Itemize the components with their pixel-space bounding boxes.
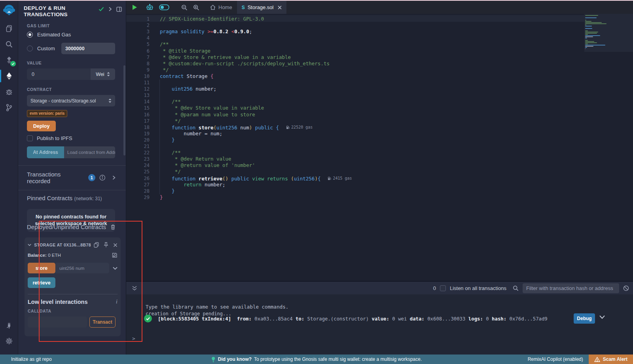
sidebar-item-debugger[interactable] <box>0 84 18 100</box>
run-script-button[interactable] <box>126 1 140 14</box>
plugin-icon <box>5 321 13 329</box>
line-number: 6 <box>126 48 150 54</box>
debug-button[interactable]: Debug <box>574 313 595 324</box>
code-editor[interactable]: 1234567891011121314151617181920212223242… <box>126 14 633 281</box>
terminal-filter-input[interactable]: Filter with transaction hash or address <box>523 283 619 293</box>
scam-alert-button[interactable]: Scam Alert <box>589 355 633 364</box>
copy-icon[interactable] <box>94 242 99 248</box>
line-number: 29 <box>126 194 150 201</box>
gas-pump-icon <box>286 125 290 129</box>
tab-home[interactable]: Home <box>205 1 237 14</box>
transact-button[interactable]: Transact <box>89 317 116 328</box>
code-line: // SPDX-License-Identifier: GPL-3.0 <box>160 16 264 22</box>
listen-all-checkbox[interactable] <box>440 285 446 291</box>
expand-panel-icon[interactable] <box>108 7 112 11</box>
calldata-input[interactable] <box>28 317 87 328</box>
minimap-line <box>585 45 605 46</box>
line-number: 19 <box>126 131 150 137</box>
git-branch-icon <box>6 104 13 112</box>
pin-panel-icon[interactable] <box>116 7 122 12</box>
robot-icon <box>146 4 154 11</box>
sidebar-item-search[interactable] <box>0 36 18 52</box>
git-init-button[interactable]: Initialize as git repo <box>0 356 52 362</box>
sidebar-item-solidity-compiler[interactable] <box>0 52 18 68</box>
retrieve-button[interactable]: retrieve <box>28 277 55 288</box>
line-number: 25 <box>126 169 150 175</box>
sidebar-item-settings[interactable] <box>0 333 18 349</box>
sidebar-item-deploy-run[interactable] <box>0 68 18 84</box>
terminal-prompt[interactable]: > <box>132 336 135 341</box>
sidebar-item-file-explorer[interactable] <box>0 21 18 36</box>
trash-icon[interactable] <box>110 224 116 230</box>
minimap-line <box>585 36 593 37</box>
chevron-down-icon[interactable] <box>28 243 31 246</box>
minimap-line <box>585 44 588 44</box>
transactions-recorded-row[interactable]: Transactions recorded 1 <box>18 171 126 184</box>
zoom-out-button[interactable] <box>178 1 190 14</box>
code-line: function retrieve() public view returns … <box>160 175 352 182</box>
panel-title: DEPLOY & RUN TRANSACTIONS <box>24 5 87 18</box>
ai-assistant-button[interactable] <box>143 1 156 14</box>
terminal-panel: 0 Listen on all transactions Filter with… <box>126 281 633 355</box>
estimated-gas-radio[interactable] <box>27 32 33 38</box>
pin-icon[interactable] <box>104 242 108 248</box>
minimap-line <box>585 25 586 25</box>
minimap-line <box>585 30 588 31</box>
transactions-recorded-label: Transactions recorded <box>27 171 84 184</box>
custom-gas-radio[interactable] <box>27 46 33 51</box>
edit-balance-icon[interactable] <box>112 252 118 258</box>
warning-triangle-icon <box>594 357 600 362</box>
info-circle-icon <box>99 174 106 181</box>
expand-fn-icon[interactable] <box>113 267 118 270</box>
terminal-line: creation of Storage pending... <box>146 311 231 317</box>
lightbulb-icon <box>211 356 216 362</box>
bug-icon <box>5 88 13 96</box>
panel-scrollbar[interactable] <box>123 65 125 155</box>
transaction-log-line[interactable]: [block:5583405 txIndex:4] from: 0xa03...… <box>158 316 548 322</box>
copilot-toggle[interactable] <box>156 1 172 14</box>
minimap-line <box>585 20 586 21</box>
close-instance-icon[interactable] <box>113 243 118 247</box>
code-line: * @dev Return value <box>160 156 231 162</box>
value-unit-select[interactable]: Wei <box>91 68 115 80</box>
balance-label: Balance: <box>28 253 47 258</box>
chevron-right-icon[interactable] <box>112 175 116 180</box>
tx-success-icon <box>144 315 152 322</box>
code-line: */ <box>160 169 181 175</box>
play-icon <box>132 4 137 10</box>
terminal-output[interactable]: Type the library name to see available c… <box>126 294 633 355</box>
clear-console-icon[interactable] <box>623 285 629 291</box>
line-number: 8 <box>126 61 150 67</box>
store-arg-input[interactable]: uint256 num <box>56 263 109 273</box>
gas-estimate-annotation: 2415 gas <box>328 175 352 182</box>
at-address-button[interactable]: At Address <box>27 146 64 158</box>
line-number: 7 <box>126 54 150 61</box>
minimap-line <box>585 42 597 43</box>
editor-minimap[interactable] <box>584 14 633 281</box>
line-number: 5 <box>126 41 150 47</box>
line-number: 26 <box>126 175 150 182</box>
collapse-terminal-icon[interactable] <box>132 286 137 291</box>
zoom-in-button[interactable] <box>190 1 202 14</box>
contract-select[interactable]: Storage - contracts/Storage.sol <box>27 95 115 106</box>
copilot-status[interactable]: RemixAI Copilot (enabled) <box>528 356 583 362</box>
line-number: 16 <box>126 112 150 118</box>
close-tab-icon[interactable] <box>278 6 282 9</box>
code-line: contract Storage { <box>160 73 213 80</box>
minimap-line <box>585 28 592 29</box>
at-address-input[interactable]: Load contract from Addre <box>64 146 115 158</box>
expand-tx-icon[interactable] <box>599 315 605 319</box>
pinned-contracts-title: Pinned Contracts <box>27 195 72 201</box>
publish-ipfs-checkbox[interactable] <box>27 135 33 141</box>
deploy-button[interactable]: Deploy <box>27 121 56 131</box>
store-button[interactable]: store <box>28 263 55 273</box>
tab-storage-sol[interactable]: S Storage.sol <box>237 1 287 14</box>
toggle-on-icon <box>159 4 169 10</box>
value-input[interactable]: 0 <box>27 68 91 80</box>
custom-gas-input[interactable]: 3000000 <box>61 43 115 54</box>
minimap-line <box>585 17 597 18</box>
sidebar-item-plugin-manager[interactable] <box>0 317 18 333</box>
remix-logo[interactable] <box>2 3 16 17</box>
updown-icon <box>107 72 110 76</box>
sidebar-item-git[interactable] <box>0 100 18 116</box>
